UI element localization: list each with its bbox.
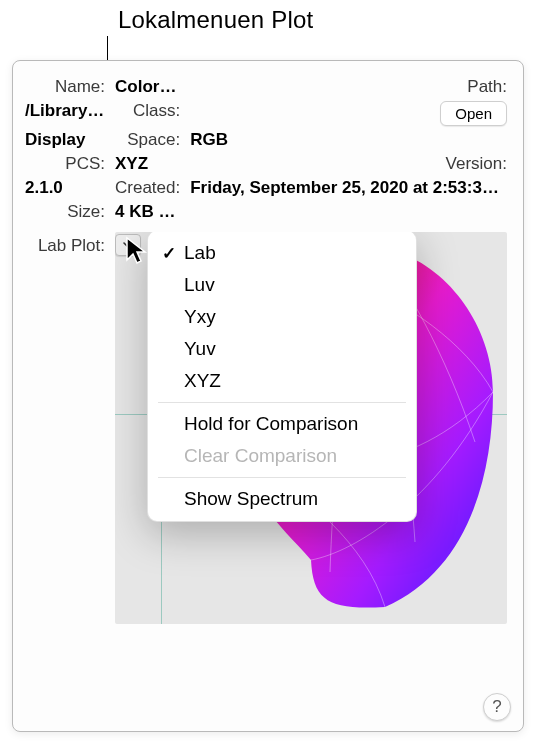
value-pcs: XYZ <box>115 154 180 174</box>
plot-type-dropdown-button[interactable] <box>115 234 141 256</box>
menu-item-label: Hold for Comparison <box>184 413 358 435</box>
value-path: /Library/ColorSync/Profiles/Disp… <box>25 101 105 121</box>
menu-item-label: Luv <box>184 274 215 296</box>
value-space: RGB <box>190 130 507 150</box>
menu-separator <box>158 402 406 403</box>
label-pcs: PCS: <box>25 154 105 174</box>
menu-item-yxy[interactable]: Yxy <box>148 301 416 333</box>
menu-item-label: Lab <box>184 242 216 264</box>
label-space: Space: <box>115 130 180 150</box>
value-created: Friday, September 25, 2020 at 2:53:37 P… <box>190 178 507 198</box>
menu-item-show-spectrum[interactable]: Show Spectrum <box>148 483 416 515</box>
menu-item-label: Show Spectrum <box>184 488 318 510</box>
value-size: 4 KB (4,088 bytes) <box>115 202 180 222</box>
menu-item-label: XYZ <box>184 370 221 392</box>
menu-item-xyz[interactable]: XYZ <box>148 365 416 397</box>
menu-item-label: Clear Comparison <box>184 445 337 467</box>
checkmark-icon: ✓ <box>162 243 184 264</box>
help-icon: ? <box>492 697 501 717</box>
menu-item-clear-comparison: Clear Comparison <box>148 440 416 472</box>
label-version: Version: <box>190 154 507 174</box>
plot-row: Lab Plot: <box>25 232 507 624</box>
label-size: Size: <box>25 202 105 222</box>
menu-item-label: Yuv <box>184 338 216 360</box>
value-class: Display <box>25 130 105 150</box>
menu-item-hold-comparison[interactable]: Hold for Comparison <box>148 408 416 440</box>
label-plot: Lab Plot: <box>25 232 105 256</box>
value-name: Color LCD <box>115 77 180 97</box>
plot-context-menu: ✓ Lab Luv Yxy Yuv XYZ <box>147 232 417 522</box>
open-button[interactable]: Open <box>440 101 507 126</box>
label-created: Created: <box>115 178 180 198</box>
menu-item-lab[interactable]: ✓ Lab <box>148 237 416 269</box>
menu-item-label: Yxy <box>184 306 216 328</box>
chevron-down-icon <box>122 239 134 251</box>
help-button[interactable]: ? <box>483 693 511 721</box>
menu-item-yuv[interactable]: Yuv <box>148 333 416 365</box>
menu-item-luv[interactable]: Luv <box>148 269 416 301</box>
value-version: 2.1.0 <box>25 178 105 198</box>
lab-plot-area[interactable]: ✓ Lab Luv Yxy Yuv XYZ <box>115 232 507 624</box>
profile-info-grid: Name: Color LCD Path: /Library/ColorSync… <box>25 77 507 222</box>
label-name: Name: <box>25 77 105 97</box>
label-class: Class: <box>115 101 180 121</box>
callout-title: Lokalmenuen Plot <box>118 6 313 34</box>
label-path: Path: <box>190 77 507 97</box>
profile-info-panel: Name: Color LCD Path: /Library/ColorSync… <box>12 60 524 732</box>
menu-separator <box>158 477 406 478</box>
